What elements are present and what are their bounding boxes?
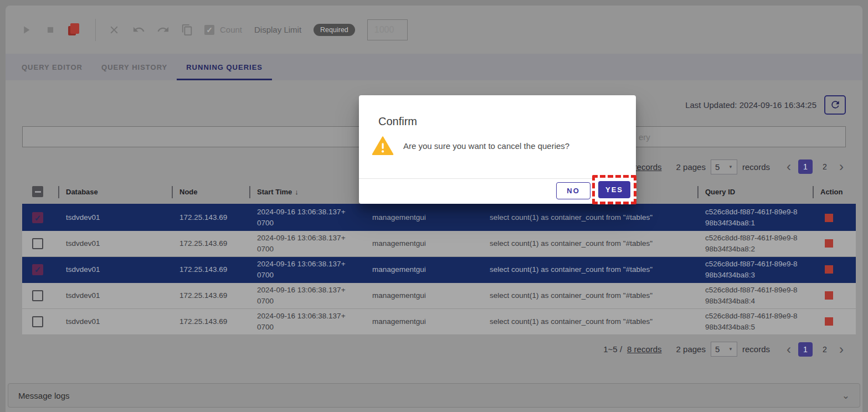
cancel-query-button[interactable] <box>825 239 833 248</box>
count-label: Count <box>220 25 242 34</box>
cell-query: select count(1) as container_count from … <box>482 282 697 308</box>
table-row[interactable]: ✓ tsdvdev01 172.25.143.69 2024-09-16 13:… <box>22 230 856 256</box>
required-badge: Required <box>314 24 355 36</box>
page-size-select[interactable]: 5 ▼ <box>711 342 737 357</box>
chevron-down-icon: ⌄ <box>842 390 850 401</box>
column-header-action: Action <box>813 180 856 204</box>
check-icon: ✓ <box>34 214 42 222</box>
records-word: records <box>742 344 770 354</box>
refresh-button[interactable] <box>824 95 846 115</box>
stop-all-queries-icon[interactable] <box>68 23 82 37</box>
table-row[interactable]: ✓ tsdvdev01 172.25.143.69 2024-09-16 13:… <box>22 256 856 282</box>
tab-running-queries[interactable]: RUNNING QUERIES <box>177 54 272 80</box>
dropdown-icon: ▼ <box>728 164 733 169</box>
last-updated-text: Last Updated: 2024-09-16 16:34:25 <box>685 100 816 110</box>
column-header-node[interactable]: Node <box>172 180 249 204</box>
app-card: ✓ Count Display Limit Required QUERY EDI… <box>6 6 862 412</box>
display-limit-input[interactable] <box>367 19 408 40</box>
pages-label: 2 pages <box>676 162 706 172</box>
page-2-button[interactable]: 2 <box>818 159 832 174</box>
start-time-label: Start Time <box>257 188 292 196</box>
table-row[interactable]: ✓ tsdvdev01 172.25.143.69 2024-09-16 13:… <box>22 204 856 230</box>
copy-icon[interactable] <box>180 23 194 37</box>
cell-application: managementgui <box>364 256 482 282</box>
query-toolbar: ✓ Count Display Limit Required <box>6 6 862 54</box>
check-icon: ✓ <box>206 26 213 34</box>
page-size-select[interactable]: 5 ▼ <box>711 159 737 174</box>
records-word: records <box>742 162 770 172</box>
prev-page-button[interactable]: ‹ <box>784 342 793 357</box>
cell-database: tsdvdev01 <box>58 256 172 282</box>
table-row[interactable]: ✓ tsdvdev01 172.25.143.69 2024-09-16 13:… <box>22 308 856 334</box>
dialog-title: Confirm <box>378 115 417 128</box>
redo-icon[interactable] <box>156 23 170 37</box>
cell-database: tsdvdev01 <box>58 230 172 256</box>
tab-query-history[interactable]: QUERY HISTORY <box>92 54 177 80</box>
cell-node: 172.25.143.69 <box>172 308 249 334</box>
tab-bar: QUERY EDITOR QUERY HISTORY RUNNING QUERI… <box>6 54 862 80</box>
cell-database: tsdvdev01 <box>58 308 172 334</box>
cell-start-time: 2024-09-16 13:06:38.137+0700 <box>257 207 349 229</box>
pagination-range: 1~5 / <box>603 344 622 354</box>
cell-application: managementgui <box>364 308 482 334</box>
warning-icon <box>372 136 394 158</box>
next-page-button[interactable]: › <box>837 159 846 174</box>
prev-page-button[interactable]: ‹ <box>784 159 793 174</box>
annotation-highlight: YES <box>592 175 636 204</box>
row-checkbox[interactable]: ✓ <box>32 316 43 327</box>
run-query-icon[interactable] <box>19 23 33 37</box>
column-header-query-id[interactable]: Query ID <box>697 180 813 204</box>
row-checkbox[interactable]: ✓ <box>32 264 43 275</box>
undo-icon[interactable] <box>131 23 146 37</box>
row-checkbox[interactable]: ✓ <box>32 212 43 223</box>
cell-start-time: 2024-09-16 13:06:38.137+0700 <box>257 285 349 307</box>
count-checkbox[interactable]: ✓ <box>204 25 214 35</box>
select-all-checkbox[interactable] <box>32 186 43 197</box>
cell-start-time: 2024-09-16 13:06:38.137+0700 <box>257 233 349 255</box>
table-row[interactable]: ✓ tsdvdev01 172.25.143.69 2024-09-16 13:… <box>22 282 856 308</box>
cancel-query-button[interactable] <box>825 214 833 222</box>
next-page-button[interactable]: › <box>837 342 846 357</box>
display-limit-label: Display Limit <box>254 25 301 34</box>
message-logs-label: Message logs <box>18 391 70 400</box>
cell-start-time: 2024-09-16 13:06:38.137+0700 <box>257 259 349 281</box>
cell-query-id: c526c8dd-f887-461f-89e9-898b34f34ba8:2 <box>705 233 800 255</box>
cell-application: managementgui <box>364 282 482 308</box>
cell-node: 172.25.143.69 <box>172 256 249 282</box>
column-header-start-time[interactable]: Start Time↓ <box>249 180 364 204</box>
clear-icon[interactable] <box>107 23 121 37</box>
cell-database: tsdvdev01 <box>58 204 172 230</box>
cell-query-id: c526c8dd-f887-461f-89e9-898b34f34ba8:4 <box>705 285 800 307</box>
cell-query-id: c526c8dd-f887-461f-89e9-898b34f34ba8:1 <box>705 207 800 229</box>
cell-query-id: c526c8dd-f887-461f-89e9-898b34f34ba8:3 <box>705 259 800 281</box>
message-logs-accordion[interactable]: Message logs ⌄ <box>8 383 860 408</box>
sort-desc-icon: ↓ <box>295 188 299 196</box>
cell-query: select count(1) as container_count from … <box>482 308 697 334</box>
no-button[interactable]: NO <box>556 182 590 199</box>
cancel-query-button[interactable] <box>825 265 833 274</box>
page-1-button[interactable]: 1 <box>798 342 813 357</box>
cell-node: 172.25.143.69 <box>172 230 249 256</box>
cell-query: select count(1) as container_count from … <box>482 204 697 230</box>
cell-query: select count(1) as container_count from … <box>482 256 697 282</box>
cancel-query-button[interactable] <box>825 317 833 326</box>
row-checkbox[interactable]: ✓ <box>32 290 43 301</box>
row-checkbox[interactable]: ✓ <box>32 238 43 249</box>
page-2-button[interactable]: 2 <box>818 342 832 357</box>
cell-application: managementgui <box>364 230 482 256</box>
check-icon: ✓ <box>34 265 42 274</box>
page-1-button[interactable]: 1 <box>798 159 813 174</box>
cancel-query-button[interactable] <box>825 291 833 300</box>
stop-icon[interactable] <box>43 23 58 37</box>
yes-button[interactable]: YES <box>598 181 630 198</box>
refresh-icon <box>830 99 841 110</box>
cell-application: managementgui <box>364 204 482 230</box>
confirm-dialog: Confirm Are you sure you want to cancel … <box>359 95 636 204</box>
cell-node: 172.25.143.69 <box>172 282 249 308</box>
page-size-value: 5 <box>715 344 720 354</box>
column-header-database[interactable]: Database <box>58 180 172 204</box>
cell-start-time: 2024-09-16 13:06:38.137+0700 <box>257 311 349 333</box>
tab-query-editor[interactable]: QUERY EDITOR <box>12 54 92 80</box>
records-link[interactable]: 8 records <box>627 344 662 354</box>
pagination-bottom: 1~5 / 8 records 2 pages 5 ▼ records ‹ 1 … <box>22 342 846 357</box>
